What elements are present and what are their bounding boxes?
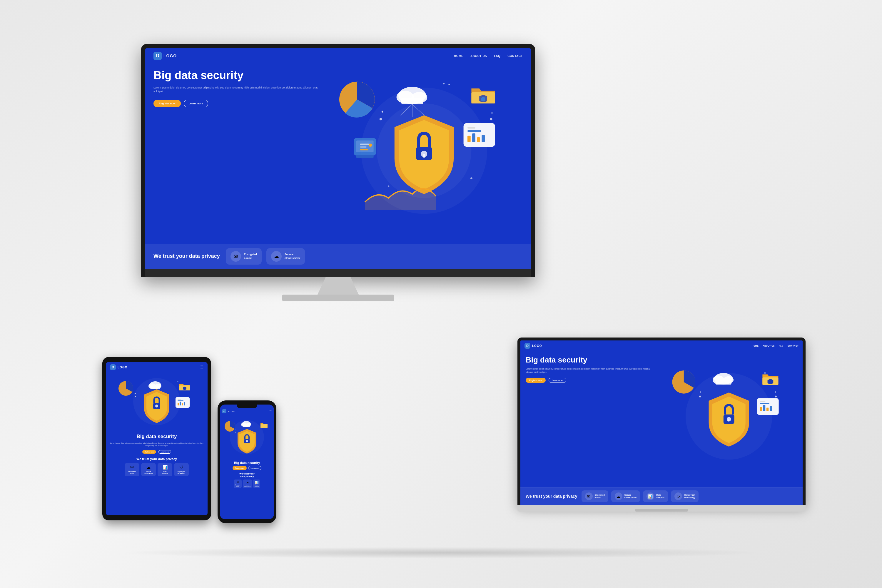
phone-illus-svg: ✦: [220, 415, 274, 459]
svg-text:✦: ✦: [448, 82, 450, 86]
monitor-trust-bar: We trust your data privacy ✉ Encryptede-…: [145, 244, 531, 269]
phone-logo: D LOGO: [222, 409, 236, 413]
monitor-hero: Big data security Lorem ipsum dolor sit …: [145, 63, 531, 269]
monitor-learn-btn[interactable]: Learn more: [184, 100, 208, 107]
tablet-content: Big data security Lorem ipsum dolor sit …: [106, 431, 208, 479]
laptop-desc: Lorem ipsum dolor sit amet, consectetuer…: [526, 367, 656, 374]
tablet-learn-btn[interactable]: Learn more: [159, 450, 171, 454]
tablet: D LOGO ☰: [102, 357, 211, 520]
nav-faq[interactable]: FAQ: [494, 54, 500, 58]
phone-logo-text: LOGO: [228, 410, 236, 412]
svg-point-75: [178, 381, 178, 382]
svg-rect-68: [178, 399, 181, 400]
cloud-icon: ☁: [271, 251, 282, 262]
tablet-illus-svg: ✦: [106, 372, 208, 431]
nav-contact[interactable]: CONTACT: [507, 54, 523, 58]
svg-rect-69: [178, 400, 183, 401]
phone-hamburger[interactable]: ☰: [269, 410, 272, 413]
tablet-feat-cyber: 🛡 High cybertechnology: [174, 463, 189, 476]
monitor: D LOGO HOME ABOUT US FAQ CONTACT: [141, 44, 535, 301]
nav-about[interactable]: ABOUT US: [470, 54, 487, 58]
svg-text:✦: ✦: [699, 390, 702, 394]
monitor-features: ✉ Encryptede-mail ☁ Securecloud server: [226, 248, 305, 265]
phone-trust-title: We trust yourdata privacy: [223, 472, 271, 478]
phone-illustration: ✦: [220, 415, 274, 459]
svg-rect-47: [760, 401, 765, 402]
laptop-learn-btn[interactable]: Learn more: [549, 378, 566, 383]
laptop-logo-d: D: [525, 343, 530, 349]
laptop-cyber-label: High cybertechnology: [684, 494, 695, 499]
phone-data-label: Dataanalysis: [255, 484, 259, 487]
monitor-illustration: ✦ ✦ ✦: [326, 63, 523, 238]
svg-rect-70: [178, 403, 179, 405]
laptop-feature-data: 📊 Dataanalysis: [643, 490, 668, 502]
laptop-cloud-icon: ☁: [615, 492, 622, 500]
tablet-trust-title: We trust your data privacy: [110, 457, 204, 461]
svg-rect-83: [261, 424, 267, 428]
laptop-feature-cloud: ☁ Securecloud server: [611, 490, 640, 502]
tablet-email-icon: ✉: [130, 465, 134, 470]
phone-learn-btn[interactable]: Learn more: [248, 466, 261, 470]
tablet-register-btn[interactable]: Register now: [142, 450, 156, 454]
svg-rect-73: [184, 402, 185, 405]
tablet-illustration: ✦: [106, 372, 208, 431]
tablet-hamburger[interactable]: ☰: [200, 365, 204, 369]
tablet-cloud-icon: ☁: [146, 465, 150, 470]
tablet-feat-cloud: ☁ Securecloud server: [141, 463, 156, 476]
tablet-btns: Register now Learn more: [110, 450, 204, 454]
phone-cloud-label: Securecloud server: [244, 484, 250, 487]
svg-rect-50: [763, 405, 765, 411]
svg-rect-67: [176, 397, 190, 408]
laptop-nav-faq[interactable]: FAQ: [779, 345, 783, 347]
tablet-nav: D LOGO ☰: [106, 362, 208, 372]
monitor-logo-d: D: [153, 52, 162, 60]
laptop-nav-home[interactable]: HOME: [752, 345, 759, 347]
laptop: D LOGO HOME ABOUT US FAQ CONTACT: [518, 338, 806, 512]
phone-feat-data: 📊 Dataanalysis: [253, 480, 260, 488]
monitor-nav: D LOGO HOME ABOUT US FAQ CONTACT: [145, 48, 531, 63]
svg-rect-15: [468, 127, 476, 129]
phone-features: ✉ Encryptede-mail ☁ Securecloud server 📊…: [223, 480, 271, 488]
laptop-data-icon: 📊: [646, 492, 654, 500]
laptop-nav-contact[interactable]: CONTACT: [788, 345, 798, 347]
svg-rect-6: [401, 98, 423, 104]
svg-point-86: [236, 432, 236, 433]
svg-text:✦: ✦: [235, 429, 236, 431]
monitor-feature-email: ✉ Encryptede-mail: [226, 248, 262, 265]
phone-screen: D LOGO ☰: [220, 405, 274, 519]
svg-rect-18: [472, 134, 476, 142]
laptop-feature-email: ✉ Encryptede-mail: [582, 490, 608, 502]
scene: D LOGO HOME ABOUT US FAQ CONTACT: [59, 29, 823, 559]
monitor-hero-left: Big data security Lorem ipsum dolor sit …: [153, 63, 320, 269]
monitor-site: D LOGO HOME ABOUT US FAQ CONTACT: [145, 48, 531, 269]
phone-register-btn[interactable]: Register now: [232, 466, 246, 470]
laptop-logo: D LOGO: [525, 343, 542, 349]
tablet-cyber-icon: 🛡: [179, 465, 183, 470]
svg-rect-14: [464, 123, 495, 147]
svg-rect-82: [243, 424, 250, 427]
laptop-nav-about[interactable]: ABOUT US: [763, 345, 775, 347]
svg-point-54: [764, 372, 766, 374]
monitor-feature-cloud: ☁ Securecloud server: [266, 248, 305, 265]
nav-home[interactable]: HOME: [454, 54, 464, 58]
tablet-screen: D LOGO ☰: [106, 362, 208, 515]
svg-point-32: [470, 177, 472, 179]
phone-notch: [237, 405, 257, 408]
svg-point-27: [369, 144, 372, 147]
laptop-data-label: Dataanalysis: [656, 494, 664, 499]
svg-rect-71: [180, 402, 181, 405]
laptop-register-btn[interactable]: Register now: [526, 378, 546, 383]
laptop-email-icon: ✉: [585, 492, 593, 500]
svg-text:✦: ✦: [490, 111, 494, 115]
tablet-features: ✉ Encryptede-mail ☁ Securecloud server 📊…: [110, 463, 204, 476]
monitor-register-btn[interactable]: Register now: [153, 100, 181, 107]
svg-rect-19: [477, 137, 480, 142]
svg-point-31: [388, 186, 389, 187]
svg-rect-20: [482, 135, 485, 142]
tablet-logo: D LOGO: [110, 364, 127, 370]
laptop-title: Big data security: [526, 356, 656, 364]
monitor-hero-right: ✦ ✦ ✦: [326, 63, 523, 269]
monitor-feature-cloud-label: Securecloud server: [285, 252, 300, 260]
laptop-cloud-label: Securecloud server: [624, 494, 637, 499]
svg-point-53: [699, 395, 700, 397]
